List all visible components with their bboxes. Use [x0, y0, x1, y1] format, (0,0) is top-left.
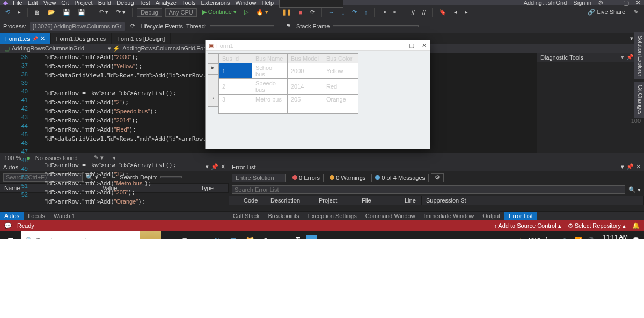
- bookmark-icon[interactable]: 🔖: [437, 8, 449, 17]
- live-share-button[interactable]: 🔗 Live Share: [586, 8, 627, 17]
- uncomment-icon[interactable]: //: [420, 8, 428, 17]
- weather-icon[interactable]: ☀: [518, 237, 523, 239]
- indent-icon[interactable]: ⇥: [379, 8, 388, 17]
- col-icon[interactable]: [229, 196, 239, 205]
- minimize-icon[interactable]: —: [610, 0, 617, 6]
- menu-test[interactable]: Test: [140, 0, 150, 6]
- chat-icon[interactable]: 💬: [4, 222, 12, 229]
- tab-form1-design[interactable]: Form1.cs [Design]: [112, 33, 171, 44]
- close-tab-icon[interactable]: ✕: [40, 35, 45, 42]
- store-icon[interactable]: 🛍: [209, 232, 225, 238]
- config-select[interactable]: Debug: [137, 8, 162, 17]
- onedrive-icon[interactable]: ☁: [553, 237, 559, 239]
- pause-icon[interactable]: ❚❚: [280, 8, 294, 17]
- menu-analyze[interactable]: Analyze: [156, 0, 177, 6]
- hot-reload-icon[interactable]: 🔥 ▾: [254, 8, 270, 17]
- dgv-col-buscolor[interactable]: Bus Color: [323, 54, 358, 63]
- show-next-icon[interactable]: →: [326, 8, 336, 17]
- step-out-icon[interactable]: ↑: [362, 8, 370, 17]
- solution-explorer-tab[interactable]: Solution Explorer: [634, 32, 644, 80]
- maximize-icon[interactable]: ▢: [623, 0, 629, 6]
- menu-extensions[interactable]: Extensions: [201, 0, 230, 6]
- step-into-icon[interactable]: ↓: [340, 8, 347, 17]
- select-repository[interactable]: ⚙ Select Repository ▴: [568, 222, 626, 229]
- errors-filter[interactable]: 0 Errors: [289, 174, 324, 182]
- undo-icon[interactable]: ↶ ▾: [97, 8, 111, 17]
- panel-dropdown-icon[interactable]: ▾: [621, 163, 624, 170]
- tab-errorlist[interactable]: Error List: [504, 212, 537, 220]
- add-source-control[interactable]: ↑ Add to Source Control ▴: [494, 222, 561, 229]
- tab-exception-settings[interactable]: Exception Settings: [304, 212, 361, 220]
- chrome-icon[interactable]: ◉: [258, 232, 274, 238]
- lifecycle-label[interactable]: Lifecycle Events: [141, 23, 183, 30]
- taskbar-search[interactable]: 🔍 Type here to search: [21, 231, 140, 238]
- tab-form1-cs[interactable]: Form1.cs 📌 ✕: [0, 33, 51, 44]
- tab-callstack[interactable]: Call Stack: [229, 212, 264, 220]
- teams-icon[interactable]: T: [290, 232, 306, 238]
- flag-icon[interactable]: ⚑: [283, 21, 293, 31]
- panel-pin-icon[interactable]: 📌: [211, 163, 218, 170]
- menu-window[interactable]: Window: [235, 0, 256, 6]
- form1-window[interactable]: ▣ Form1 — ▢ ✕ ▸ * Bus Id: [205, 40, 430, 149]
- col-file[interactable]: File: [357, 196, 400, 205]
- app-icon[interactable]: [306, 235, 317, 238]
- datagridview[interactable]: ▸ * Bus Id Bus Name Bus Model Bus Color …: [208, 53, 427, 114]
- taskview-icon[interactable]: ⧉: [177, 232, 193, 238]
- close-icon[interactable]: ✕: [635, 0, 641, 6]
- col-line[interactable]: Line: [400, 196, 422, 205]
- panel-close-icon[interactable]: ✕: [636, 163, 641, 170]
- messages-filter[interactable]: 0 of 4 Messages: [371, 174, 429, 182]
- dgv-row[interactable]: 1School bus2000Yellow: [219, 63, 358, 79]
- build-intellisense-filter[interactable]: ⚙: [431, 173, 444, 182]
- warnings-filter[interactable]: 0 Warnings: [326, 174, 369, 182]
- form-maximize-icon[interactable]: ▢: [409, 42, 414, 49]
- tab-locals[interactable]: Locals: [24, 212, 49, 220]
- dgv-newrow[interactable]: [219, 104, 358, 114]
- edge-icon[interactable]: e: [193, 232, 209, 238]
- tab-immediate-window[interactable]: Immediate Window: [420, 212, 479, 220]
- global-search[interactable]: [279, 0, 343, 8]
- explorer-icon[interactable]: 📁: [241, 232, 258, 238]
- menu-help[interactable]: Help: [262, 0, 274, 6]
- col-type[interactable]: Type: [196, 184, 229, 192]
- col-description[interactable]: Description: [266, 196, 314, 205]
- open-icon[interactable]: 📂: [46, 8, 57, 17]
- new-file-icon[interactable]: 🗎: [32, 8, 42, 17]
- start-no-debug-icon[interactable]: ▷: [242, 8, 251, 17]
- git-changes-tab[interactable]: Git Changes: [634, 82, 644, 118]
- tab-watch1[interactable]: Watch 1: [49, 212, 79, 220]
- restart-icon[interactable]: ⟳: [308, 8, 317, 17]
- redo-icon[interactable]: ↷ ▾: [114, 8, 128, 17]
- tab-breakpoints[interactable]: Breakpoints: [264, 212, 304, 220]
- lifecycle-icon[interactable]: ⟳: [128, 21, 137, 31]
- nav-back-icon[interactable]: ⟲: [3, 8, 12, 17]
- notifications-icon[interactable]: 🔔: [632, 222, 640, 229]
- volume-icon[interactable]: 🔊: [587, 237, 594, 239]
- outdent-icon[interactable]: ⇤: [391, 8, 400, 17]
- visualstudio-icon[interactable]: ∞: [274, 232, 290, 238]
- tray-chevron-icon[interactable]: ˄: [545, 237, 548, 239]
- dgv-row[interactable]: 3Metro bus205Orange: [219, 95, 358, 104]
- dgv-corner[interactable]: [208, 53, 218, 64]
- pin-icon[interactable]: 📌: [32, 36, 38, 41]
- menu-file[interactable]: File: [13, 0, 23, 6]
- stop-icon[interactable]: ■: [297, 8, 305, 17]
- wifi-icon[interactable]: 📶: [575, 237, 582, 239]
- start-button[interactable]: ⊞: [0, 236, 21, 238]
- panel-close-icon[interactable]: ✕: [221, 163, 225, 170]
- dgv-newrow-selector[interactable]: *: [208, 96, 218, 107]
- menu-git[interactable]: Git: [61, 0, 69, 6]
- camera-icon[interactable]: 📷: [563, 237, 570, 239]
- panel-pin-icon[interactable]: 📌: [626, 54, 634, 61]
- depth-select[interactable]: [160, 176, 182, 178]
- menu-edit[interactable]: Edit: [28, 0, 38, 6]
- search-icon[interactable]: 🔍 ▾: [628, 186, 641, 193]
- col-suppression[interactable]: Suppression St: [422, 196, 644, 205]
- continue-button[interactable]: ▶ Continue ▾: [200, 8, 239, 17]
- scope-select[interactable]: Entire Solution: [232, 174, 286, 182]
- clock[interactable]: 11:11 AM12/16/2022: [598, 234, 628, 238]
- dgv-col-busmodel[interactable]: Bus Model: [288, 54, 323, 63]
- process-select[interactable]: [13076] AddingRowsColumnsInGr: [30, 22, 125, 31]
- tab-autos[interactable]: Autos: [0, 212, 24, 220]
- taskbar-news-icon[interactable]: [140, 231, 161, 238]
